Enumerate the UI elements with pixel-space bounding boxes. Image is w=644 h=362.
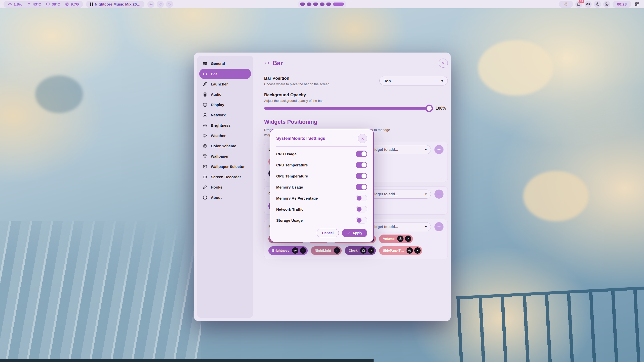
- bar-position-description: Choose where to place the bar on the scr…: [264, 82, 330, 86]
- toggle-row-memory-usage: Memory Usage: [276, 183, 367, 191]
- skull-icon: ☠: [149, 2, 153, 7]
- wallpaper-foliage: [478, 40, 553, 96]
- workspace-dot-1[interactable]: [300, 3, 305, 6]
- workspace-dot-5[interactable]: [326, 3, 331, 6]
- center-widgets-add-button[interactable]: +: [434, 190, 444, 199]
- sidebar-item-label: Display: [211, 103, 224, 107]
- opacity-value: 100%: [436, 106, 448, 111]
- sidebar-item-audio[interactable]: Audio: [199, 89, 251, 100]
- toggle-cpu-temperature[interactable]: [356, 162, 367, 168]
- sidebar-item-launcher[interactable]: Launcher: [199, 79, 251, 89]
- toggle-row-cpu-temperature: CPU Temperature: [276, 161, 367, 169]
- sidebar-item-label: General: [211, 61, 225, 66]
- chip-settings-button[interactable]: [360, 247, 367, 254]
- toggle-cpu-usage[interactable]: [356, 151, 367, 157]
- sidebar-item-screen-recorder[interactable]: Screen Recorder: [199, 172, 251, 182]
- sidebar-item-about[interactable]: About: [199, 192, 251, 203]
- chip-settings-button[interactable]: [397, 236, 404, 242]
- chip-remove-button[interactable]: ×: [334, 247, 340, 254]
- notifications-button[interactable]: 10: [575, 1, 582, 8]
- sidebar-item-wallpaper[interactable]: Wallpaper: [199, 151, 251, 161]
- sidebar-item-label: Brightness: [211, 123, 230, 127]
- chip-settings-button[interactable]: [407, 247, 413, 254]
- widget-chip-sidepanelt[interactable]: SidePanelT…×: [379, 246, 422, 255]
- clock-pill[interactable]: 00:28: [613, 1, 631, 8]
- toggle-memory-usage[interactable]: [356, 184, 367, 190]
- bar-position-select[interactable]: Top ▾: [379, 76, 448, 85]
- sidebar-item-weather[interactable]: Weather: [199, 130, 251, 141]
- sidebar-item-network[interactable]: Network: [199, 110, 251, 120]
- chip-remove-button[interactable]: ×: [300, 247, 306, 254]
- toggle-row-network-traffic: Network Traffic: [276, 205, 367, 213]
- wallpaper-stairs: [0, 221, 201, 362]
- cloud-rain-icon: [203, 133, 208, 138]
- heart-icon-button[interactable]: ♡: [166, 1, 173, 8]
- toggle-gpu-temperature[interactable]: [356, 173, 367, 179]
- window-close-button[interactable]: [439, 59, 448, 68]
- sidebar-item-general[interactable]: General: [199, 58, 251, 69]
- toggle-knob: [357, 196, 361, 201]
- monitor-icon: [203, 102, 208, 107]
- toggle-network-traffic[interactable]: [356, 206, 367, 212]
- sidebar-item-label: Color Scheme: [211, 144, 236, 148]
- skull-icon-button[interactable]: ☠: [147, 1, 154, 8]
- toggle-label: Memory As Percentage: [276, 196, 318, 200]
- workspace-dot-2[interactable]: [307, 3, 311, 6]
- sidebar-item-wallpaper-selector[interactable]: Wallpaper Selector: [199, 161, 251, 172]
- sidebar-item-label: Weather: [211, 133, 226, 138]
- toggle-memory-as-percentage[interactable]: [356, 195, 367, 201]
- sidebar-item-hooks[interactable]: Hooks: [199, 182, 251, 192]
- wallpaper-foliage: [523, 171, 589, 221]
- workspaces-indicator[interactable]: [298, 1, 346, 8]
- chip-row: Brightness×NightLight×Clock×SidePanelT…×: [268, 246, 444, 255]
- heart-icon-button[interactable]: ♡: [157, 1, 164, 8]
- stat-ram-chip-icon: 9.7G: [65, 2, 79, 7]
- check-icon: [347, 231, 351, 235]
- widget-chip-label: SidePanelT…: [383, 249, 404, 252]
- workspace-dot-6[interactable]: [333, 3, 344, 6]
- workspace-dot-3[interactable]: [313, 3, 318, 6]
- sidebar-item-bar[interactable]: Bar: [199, 69, 251, 79]
- sidebar-item-display[interactable]: Display: [199, 100, 251, 110]
- stat-value: 9.7G: [71, 2, 79, 6]
- sidebar-item-color-scheme[interactable]: Color Scheme: [199, 141, 251, 151]
- night-light-button[interactable]: [603, 1, 610, 8]
- chip-remove-button[interactable]: ×: [405, 236, 411, 242]
- workspace-dot-4[interactable]: [320, 3, 325, 6]
- chip-remove-button[interactable]: ×: [414, 247, 421, 254]
- modal-close-button[interactable]: [358, 134, 367, 143]
- info-icon: [203, 195, 208, 200]
- chip-remove-button[interactable]: ×: [368, 247, 374, 254]
- system-stats-pill[interactable]: 1.8%43°C38°C9.7G: [4, 1, 83, 8]
- speaker-box-icon: [203, 92, 208, 97]
- sidebar-item-brightness[interactable]: Brightness: [199, 120, 251, 130]
- stat-value: 38°C: [52, 2, 60, 6]
- dashboard-button[interactable]: [633, 1, 640, 8]
- brightness-button[interactable]: [594, 1, 601, 8]
- widget-chip-volume[interactable]: Volume×: [379, 235, 413, 243]
- volume-button[interactable]: [585, 1, 592, 8]
- systemmonitor-settings-modal: SystemMonitor Settings CPU UsageCPU Temp…: [270, 129, 374, 242]
- bar-pill-icon: [264, 61, 270, 65]
- widget-chip-nightlight[interactable]: NightLight×: [311, 246, 342, 255]
- right-widgets-add-button[interactable]: +: [434, 222, 444, 231]
- palette-icon: [203, 144, 208, 149]
- opacity-slider[interactable]: [264, 107, 432, 110]
- left-widgets-add-button[interactable]: +: [434, 145, 444, 154]
- widgets-positioning-title: Widgets Positioning: [264, 119, 448, 125]
- stat-gpu-temp-monitor-icon: 38°C: [46, 2, 60, 7]
- widget-chip-brightness[interactable]: Brightness×: [268, 246, 308, 255]
- systray-pill[interactable]: [559, 1, 573, 8]
- gear-icon: [293, 249, 297, 252]
- toggle-storage-usage[interactable]: [356, 217, 367, 223]
- pause-icon: [90, 3, 93, 6]
- media-player-pill[interactable]: Nightcore Music Mix 20…: [86, 1, 145, 8]
- widget-chip-clock[interactable]: Clock×: [345, 246, 376, 255]
- chip-settings-button[interactable]: [292, 247, 298, 254]
- toggle-row-cpu-usage: CPU Usage: [276, 150, 367, 158]
- speaker-icon: [586, 2, 590, 7]
- opacity-slider-handle[interactable]: [425, 105, 433, 112]
- apply-button[interactable]: Apply: [342, 229, 367, 237]
- toggle-row-gpu-temperature: GPU Temperature: [276, 172, 367, 180]
- cancel-button[interactable]: Cancel: [317, 229, 339, 237]
